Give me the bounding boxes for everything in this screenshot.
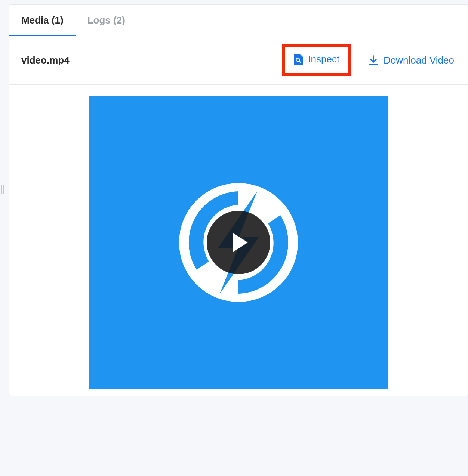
- tabs: Media (1) Logs (2): [9, 5, 468, 36]
- resize-handle[interactable]: [1, 185, 5, 196]
- file-row: video.mp4 Inspect: [9, 36, 468, 85]
- download-label: Download Video: [384, 55, 454, 66]
- play-icon: [229, 233, 248, 252]
- file-actions: Inspect Download Video: [282, 44, 456, 76]
- video-thumbnail[interactable]: [89, 96, 388, 389]
- video-preview-area: [9, 85, 468, 389]
- file-name: video.mp4: [21, 55, 70, 66]
- download-video-button[interactable]: Download Video: [367, 52, 456, 69]
- inspect-highlight: Inspect: [282, 44, 351, 76]
- inspect-button[interactable]: Inspect: [292, 50, 341, 68]
- inspect-file-icon: [294, 54, 303, 65]
- inspect-label: Inspect: [308, 53, 339, 65]
- tab-media[interactable]: Media (1): [20, 5, 65, 36]
- tab-logs-label: Logs (2): [87, 15, 125, 26]
- download-icon: [369, 55, 378, 66]
- play-button[interactable]: [207, 211, 270, 274]
- tab-logs[interactable]: Logs (2): [86, 5, 127, 36]
- media-panel: Media (1) Logs (2) video.mp4 Inspect: [9, 4, 468, 396]
- tab-media-label: Media (1): [21, 15, 64, 26]
